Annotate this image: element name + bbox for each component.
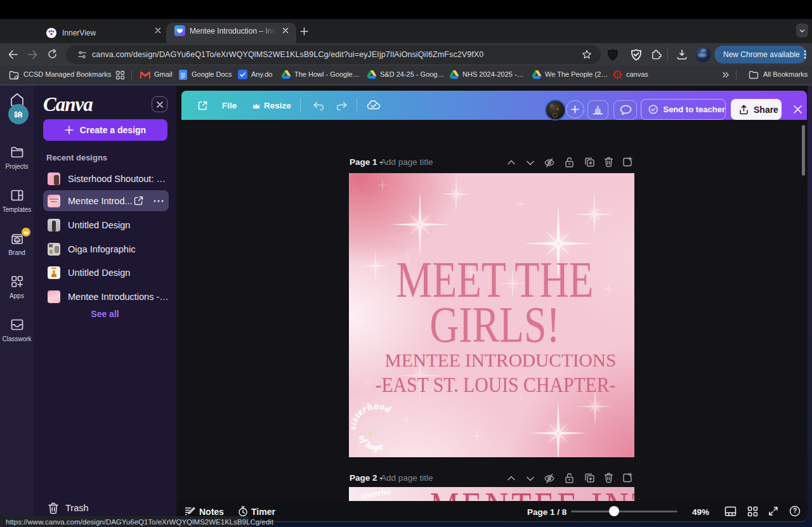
svg-text:?: ? (793, 507, 797, 514)
svg-text:of hope: of hope (357, 434, 384, 452)
svg-text:co: co (15, 238, 19, 242)
